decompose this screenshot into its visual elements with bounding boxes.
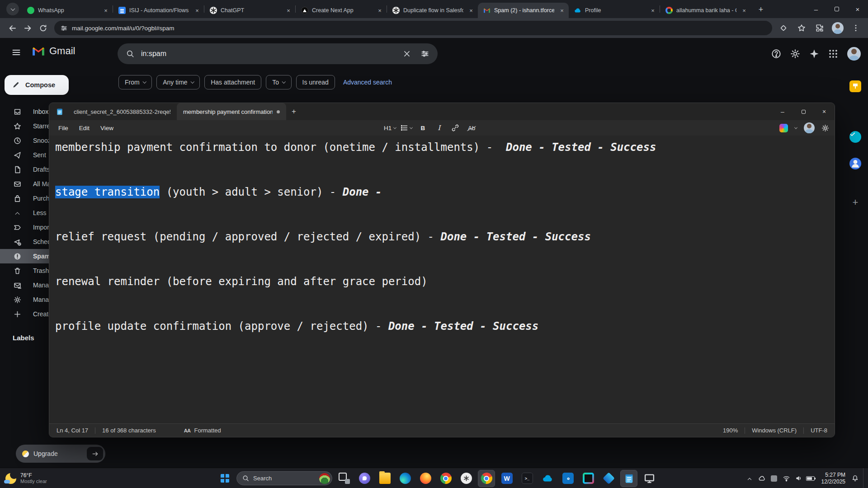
address-bar[interactable]: mail.google.com/mail/u/0/?ogbl#spam [54, 21, 772, 35]
notepad-tab-1[interactable]: client_secret_2_60053885332-2reqe52rribc [67, 103, 177, 120]
notifications-button[interactable] [849, 468, 861, 488]
back-button[interactable] [5, 20, 20, 36]
apps-grid-icon[interactable] [828, 49, 838, 59]
bold-button[interactable]: B [417, 122, 429, 134]
clear-format-button[interactable]: Ab [466, 122, 477, 134]
tab-close-button[interactable]: × [649, 6, 657, 14]
hidden-icons-button[interactable] [744, 468, 756, 488]
browser-tab-4[interactable]: Create Next App× [296, 3, 387, 18]
onedrive-button[interactable] [756, 468, 768, 488]
advanced-search-link[interactable]: Advanced search [343, 79, 392, 86]
tasks-icon[interactable] [849, 131, 861, 143]
browser-tab-5[interactable]: Duplicate flow in Salesforc× [387, 3, 478, 18]
menu-file[interactable]: File [53, 125, 74, 131]
notepad-maximize-button[interactable] [793, 103, 814, 120]
filter-chip-has-attachment[interactable]: Has attachment [204, 75, 261, 89]
clear-search-button[interactable] [398, 45, 416, 63]
chrome-taskbar-button[interactable] [478, 470, 495, 487]
tab-close-button[interactable]: × [558, 6, 566, 14]
menu-view[interactable]: View [95, 125, 119, 131]
chat-taskbar-button[interactable] [356, 470, 373, 487]
filter-chip-any-time[interactable]: Any time [156, 75, 200, 89]
main-menu-button[interactable] [12, 48, 24, 61]
italic-button[interactable]: I [433, 122, 445, 134]
contacts-icon[interactable] [849, 158, 861, 169]
notepad-taskbar-button[interactable] [620, 470, 637, 487]
tab-close-button[interactable]: × [102, 6, 110, 14]
chrome-profile-taskbar-button[interactable] [437, 470, 454, 487]
filter-chip-to[interactable]: To [266, 75, 291, 89]
link-button[interactable] [449, 122, 461, 134]
search-input[interactable]: in:spam [139, 50, 398, 58]
heading-style-button[interactable]: H1 [384, 122, 396, 134]
tab-close-button[interactable]: × [284, 6, 292, 14]
volume-button[interactable] [793, 468, 805, 488]
browser-tab-6[interactable]: Spam (2) - ishann.tforce@× [478, 3, 569, 18]
tab-close-button[interactable]: × [193, 6, 201, 14]
gmail-search-bar[interactable]: in:spam [118, 43, 438, 64]
minimize-button[interactable]: – [806, 0, 826, 18]
clock-widget[interactable]: 5:27 PM 12/2/2025 [821, 472, 845, 485]
vscode-taskbar-button[interactable] [559, 470, 576, 487]
file-explorer-taskbar-button[interactable] [376, 470, 393, 487]
show-desktop-button[interactable] [863, 468, 865, 488]
add-icon[interactable]: + [849, 197, 861, 208]
terminal-taskbar-button[interactable] [519, 470, 536, 487]
menu-edit[interactable]: Edit [74, 125, 95, 131]
chatgpt-app-taskbar-button[interactable] [458, 470, 475, 487]
browser-tab-1[interactable]: WhatsApp× [22, 3, 113, 18]
forward-button[interactable] [20, 20, 35, 36]
help-icon[interactable] [771, 49, 781, 59]
reload-button[interactable] [35, 20, 51, 36]
browser-profile-button[interactable] [830, 20, 845, 36]
task-view-taskbar-button[interactable] [335, 470, 353, 487]
tab-close-button[interactable]: × [740, 6, 748, 14]
gmail-logo[interactable]: Gmail [32, 45, 75, 57]
weather-widget[interactable]: 76°F Mostly clear [5, 468, 47, 488]
salesforce-app-taskbar-button[interactable] [539, 470, 556, 487]
taskbar-search[interactable]: Search [236, 471, 332, 485]
filter-chip-from[interactable]: From [118, 75, 152, 89]
filter-chip-is-unread[interactable]: Is unread [296, 75, 335, 89]
search-button[interactable] [121, 45, 139, 63]
zoom-level[interactable]: 190% [723, 427, 738, 434]
notepad-close-button[interactable]: × [814, 103, 835, 120]
word-taskbar-button[interactable] [498, 470, 515, 487]
tab-close-button[interactable]: × [376, 6, 384, 14]
ide-taskbar-button[interactable] [580, 470, 597, 487]
notepad-account-avatar[interactable] [804, 122, 815, 133]
firefox-taskbar-button[interactable] [417, 470, 434, 487]
azure-taskbar-button[interactable] [600, 470, 617, 487]
list-style-button[interactable] [401, 122, 412, 134]
format-status[interactable]: AA Formatted [184, 427, 221, 434]
gemini-sparkle-icon[interactable] [809, 49, 819, 59]
encoding[interactable]: UTF-8 [811, 427, 827, 434]
tab-close-button[interactable]: × [467, 6, 475, 14]
tray-app-button[interactable] [768, 468, 780, 488]
extensions-button[interactable] [812, 20, 827, 36]
network-button[interactable] [780, 468, 793, 488]
extension-diamond-button[interactable] [776, 20, 791, 36]
site-info-icon[interactable] [61, 25, 67, 32]
browser-tab-3[interactable]: ChatGPT× [204, 3, 295, 18]
search-options-button[interactable] [416, 45, 434, 63]
close-button[interactable]: × [847, 0, 868, 18]
notepad-minimize-button[interactable]: – [772, 103, 793, 120]
upgrade-go-button[interactable] [87, 447, 103, 460]
copilot-icon[interactable] [779, 124, 788, 132]
start-button[interactable] [216, 470, 233, 487]
notepad-new-tab-button[interactable]: + [286, 103, 302, 120]
browser-tab-2[interactable]: ISIJ - Automation/Flows S× [113, 3, 204, 18]
keep-icon[interactable] [849, 80, 861, 92]
battery-button[interactable] [805, 468, 817, 488]
notepad-settings-icon[interactable] [821, 124, 829, 132]
browser-menu-button[interactable] [848, 20, 863, 36]
monitor-app-taskbar-button[interactable] [641, 470, 658, 487]
browser-tab-7[interactable]: Profile× [569, 3, 660, 18]
bookmark-button[interactable] [794, 20, 809, 36]
upgrade-button[interactable]: Upgrade [16, 445, 105, 463]
notepad-tab-2[interactable]: membership payment confirmation [177, 103, 286, 120]
browser-tab-8[interactable]: allahumma barik laha - G× [660, 3, 751, 18]
new-tab-button[interactable]: + [755, 3, 767, 16]
line-ending[interactable]: Windows (CRLF) [752, 427, 797, 434]
